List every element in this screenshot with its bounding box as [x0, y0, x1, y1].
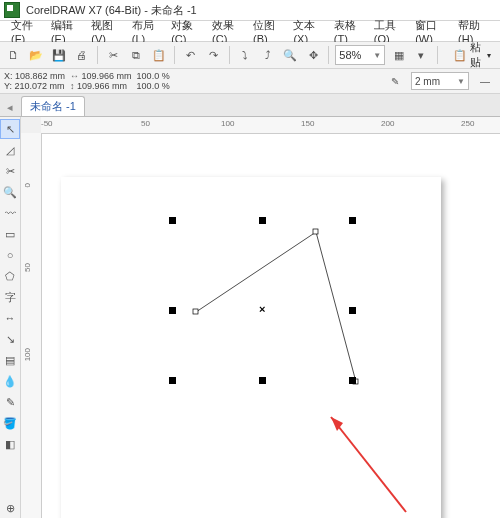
outline-pen-icon[interactable]: ✎ [384, 70, 406, 92]
toolbox: ↖ ◿ ✂ 🔍 〰 ▭ ○ ⬠ 字 ↔ ↘ ▤ 💧 ✎ 🪣 ◧ ⊕ [0, 117, 21, 518]
pct-label: % [162, 71, 170, 81]
svg-line-3 [331, 417, 406, 512]
eyedropper-tool-icon[interactable]: 💧 [0, 371, 20, 391]
standard-toolbar: 🗋 📂 💾 🖨 ✂ ⧉ 📋 ↶ ↷ ⤵ ⤴ 🔍 ✥ 58% ▼ ▦ ▾ 📋 粘贴… [0, 42, 500, 69]
connector-tool-icon[interactable]: ↘ [0, 329, 20, 349]
search-icon[interactable]: 🔍 [281, 44, 300, 66]
outline-width-value: 2 mm [415, 76, 440, 87]
doc-tab-1[interactable]: 未命名 -1 [21, 96, 85, 116]
width-value[interactable]: 109.966 mm [82, 71, 132, 81]
undo-icon[interactable]: ↶ [181, 44, 200, 66]
menu-edit[interactable]: 编辑(E) [46, 18, 86, 45]
expand-tool-icon[interactable]: ⊕ [0, 498, 20, 518]
menu-window[interactable]: 窗口(W) [410, 18, 453, 45]
menu-effects[interactable]: 效果(C) [207, 18, 248, 45]
menu-bitmaps[interactable]: 位图(B) [248, 18, 288, 45]
scale-x-value[interactable]: 100.0 [137, 71, 160, 81]
rectangle-tool-icon[interactable]: ▭ [0, 224, 20, 244]
save-icon[interactable]: 💾 [50, 44, 69, 66]
clipboard-icon: 📋 [453, 49, 467, 62]
options-icon[interactable]: ▾ [412, 44, 431, 66]
copy-icon[interactable]: ⧉ [127, 44, 146, 66]
interactive-fill-tool-icon[interactable]: ◧ [0, 434, 20, 454]
import-icon[interactable]: ⤵ [235, 44, 254, 66]
annotation-arrow-icon [21, 117, 500, 518]
y-label: Y: [4, 81, 12, 91]
pick-tool-icon[interactable]: ↖ [0, 119, 20, 139]
freehand-tool-icon[interactable]: 〰 [0, 203, 20, 223]
cut-icon[interactable]: ✂ [104, 44, 123, 66]
menu-layout[interactable]: 布局(L) [127, 18, 166, 45]
dimension-tool-icon[interactable]: ↔ [0, 308, 20, 328]
print-icon[interactable]: 🖨 [72, 44, 91, 66]
fill-tool-icon[interactable]: 🪣 [0, 413, 20, 433]
menu-table[interactable]: 表格(T) [329, 18, 369, 45]
crop-tool-icon[interactable]: ✂ [0, 161, 20, 181]
menu-object[interactable]: 对象(C) [166, 18, 207, 45]
app-icon [4, 2, 20, 18]
zoom-level-input[interactable]: 58% ▼ [335, 45, 385, 65]
separator [229, 46, 230, 64]
redo-icon[interactable]: ↷ [204, 44, 223, 66]
width-icon: ↔ [70, 71, 79, 81]
chevron-down-icon[interactable]: ▼ [457, 77, 465, 86]
canvas-area[interactable]: -50 50 100 150 200 250 0 50 100 [21, 117, 500, 518]
menu-bar: 文件(F) 编辑(E) 视图(V) 布局(L) 对象(C) 效果(C) 位图(B… [0, 21, 500, 42]
pct-label: % [162, 81, 170, 91]
height-icon: ↕ [70, 81, 75, 91]
chevron-down-icon: ▾ [487, 51, 491, 60]
zoom-value: 58% [339, 49, 361, 61]
property-bar: X: 108.862 mm Y: 210.072 mm ↔ 109.966 mm… [0, 69, 500, 94]
blend-tool-icon[interactable]: ▤ [0, 350, 20, 370]
x-value[interactable]: 108.862 mm [15, 71, 65, 81]
outline-tool-icon[interactable]: ✎ [0, 392, 20, 412]
menu-text[interactable]: 文本(X) [288, 18, 328, 45]
new-icon[interactable]: 🗋 [4, 44, 23, 66]
workspace: ↖ ◿ ✂ 🔍 〰 ▭ ○ ⬠ 字 ↔ ↘ ▤ 💧 ✎ 🪣 ◧ ⊕ -50 50… [0, 117, 500, 518]
scale-y-value[interactable]: 100.0 [137, 81, 160, 91]
menu-view[interactable]: 视图(V) [86, 18, 126, 45]
outline-width-input[interactable]: 2 mm ▼ [411, 72, 469, 90]
menu-file[interactable]: 文件(F) [6, 18, 46, 45]
export-icon[interactable]: ⤴ [258, 44, 277, 66]
separator [97, 46, 98, 64]
snap-icon[interactable]: ▦ [389, 44, 408, 66]
paste-label: 粘贴 [470, 40, 485, 70]
y-value[interactable]: 210.072 mm [15, 81, 65, 91]
paste-icon[interactable]: 📋 [149, 44, 168, 66]
separator [174, 46, 175, 64]
separator [328, 46, 329, 64]
app-title: CorelDRAW X7 (64-Bit) - 未命名 -1 [26, 3, 197, 18]
polygon-tool-icon[interactable]: ⬠ [0, 266, 20, 286]
open-icon[interactable]: 📂 [27, 44, 46, 66]
ellipse-tool-icon[interactable]: ○ [0, 245, 20, 265]
height-value[interactable]: 109.966 mm [77, 81, 127, 91]
text-tool-icon[interactable]: 字 [0, 287, 20, 307]
zoom-tool-icon[interactable]: 🔍 [0, 182, 20, 202]
line-style-icon[interactable]: — [474, 70, 496, 92]
paste-dropdown[interactable]: 📋 粘贴 ▾ [448, 44, 497, 66]
separator [437, 46, 438, 64]
pan-icon[interactable]: ✥ [304, 44, 323, 66]
menu-tools[interactable]: 工具(O) [369, 18, 410, 45]
document-tabs: ◂ 未命名 -1 [0, 94, 500, 117]
tab-prev-icon[interactable]: ◂ [2, 98, 18, 116]
chevron-down-icon[interactable]: ▼ [373, 51, 381, 60]
x-label: X: [4, 71, 13, 81]
shape-tool-icon[interactable]: ◿ [0, 140, 20, 160]
